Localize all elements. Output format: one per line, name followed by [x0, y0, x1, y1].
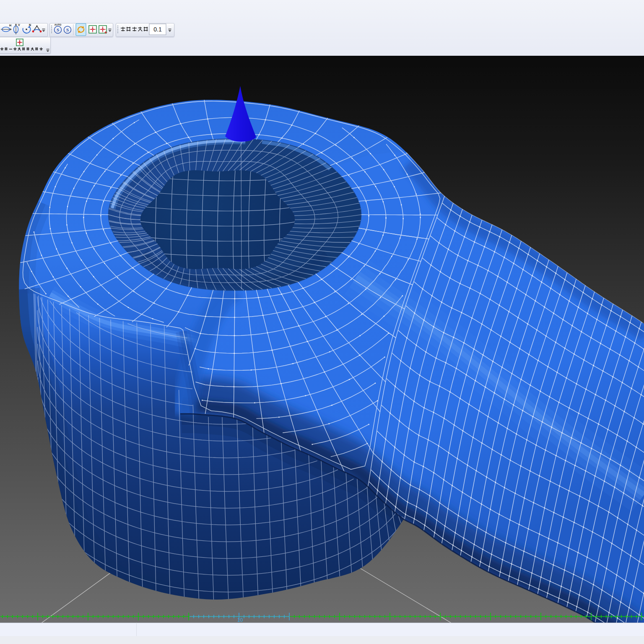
svg-text:0.1: 0.1: [153, 26, 162, 33]
svg-text:10: 10: [237, 617, 243, 623]
svg-text:S: S: [57, 27, 59, 32]
svg-text:N: N: [29, 23, 31, 26]
svg-text:AUTO: AUTO: [55, 23, 62, 26]
svg-text:V: V: [18, 23, 20, 26]
svg-text:H: H: [9, 24, 11, 27]
svg-text:S: S: [66, 27, 69, 32]
